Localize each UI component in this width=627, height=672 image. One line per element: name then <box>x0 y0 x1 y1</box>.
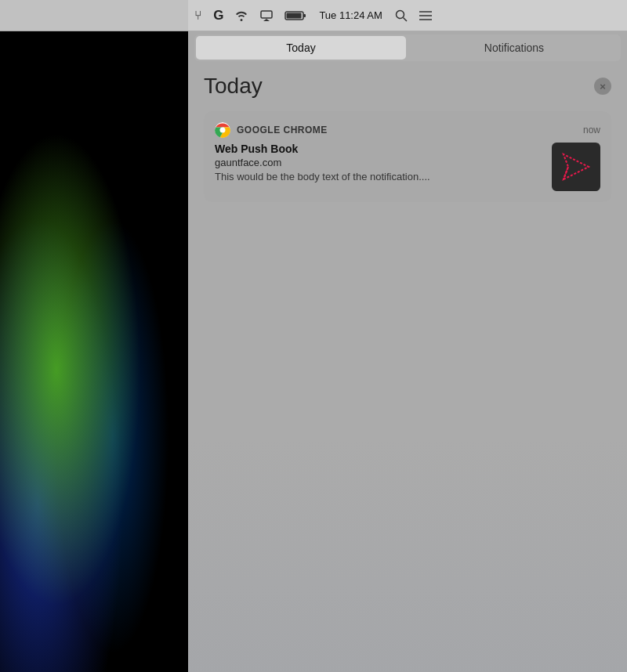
notification-site: gauntface.com <box>215 157 542 168</box>
search-icon[interactable] <box>395 9 408 22</box>
tab-notifications[interactable]: Notifications <box>409 36 619 60</box>
svg-point-5 <box>396 10 404 18</box>
notification-time: now <box>583 125 600 135</box>
svg-marker-12 <box>564 154 589 179</box>
battery-icon <box>285 10 306 21</box>
wallpaper <box>0 0 188 672</box>
tab-today[interactable]: Today <box>196 36 406 60</box>
card-text: Web Push Book gauntface.com This would b… <box>215 143 542 184</box>
today-section: Today × <box>188 61 627 202</box>
card-body: Web Push Book gauntface.com This would b… <box>215 143 600 191</box>
fork-icon: ⑂ <box>194 9 202 23</box>
menubar-right-icons <box>395 9 433 22</box>
nc-bottom-gradient <box>188 437 627 672</box>
svg-marker-1 <box>263 19 270 21</box>
menu-icon[interactable] <box>419 10 433 21</box>
card-header: GOOGLE CHROME now <box>215 122 600 138</box>
notification-body: This would be the body text of the notif… <box>215 170 542 184</box>
svg-rect-0 <box>261 11 272 18</box>
google-icon: G <box>213 8 223 23</box>
svg-rect-4 <box>287 13 302 18</box>
close-button[interactable]: × <box>594 78 611 95</box>
notification-center-panel: Today Notifications Today × <box>188 0 627 672</box>
svg-line-6 <box>403 17 407 21</box>
app-name: GOOGLE CHROME <box>237 125 328 135</box>
chrome-icon <box>215 122 230 138</box>
svg-rect-3 <box>303 14 306 17</box>
menubar-left-icons: ⑂ G <box>194 8 306 23</box>
notification-card: GOOGLE CHROME now Web Push Book gauntfac… <box>204 111 611 202</box>
today-header: Today × <box>204 74 611 99</box>
menubar: ⑂ G Tue 11:24 AM <box>0 0 627 31</box>
wallpaper-gradient <box>0 0 188 672</box>
today-title: Today <box>204 74 263 99</box>
wifi-icon <box>234 10 248 21</box>
card-app-info: GOOGLE CHROME <box>215 122 328 138</box>
notification-image <box>552 143 600 191</box>
airplay-icon <box>259 10 274 21</box>
menubar-time: Tue 11:24 AM <box>319 9 382 21</box>
svg-point-11 <box>220 128 226 133</box>
notification-title: Web Push Book <box>215 143 542 155</box>
tab-bar: Today Notifications <box>194 34 621 61</box>
